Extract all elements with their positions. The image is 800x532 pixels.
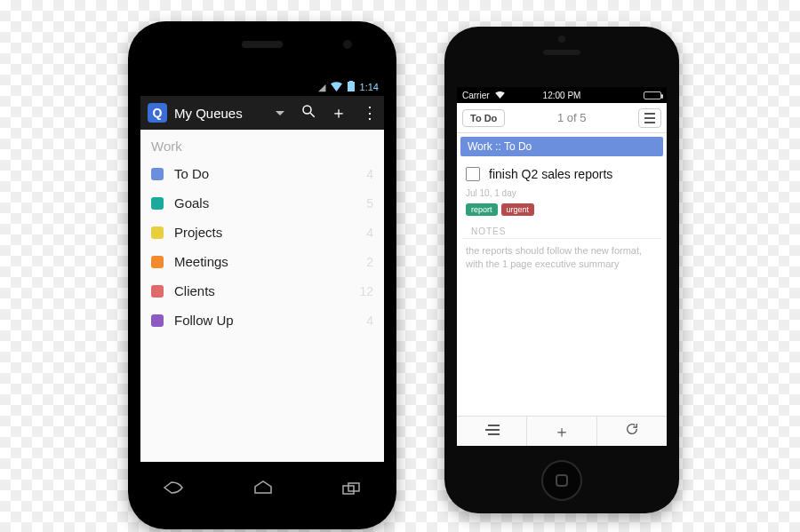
wifi-icon — [331, 82, 342, 93]
tag-report[interactable]: report — [466, 203, 498, 216]
ios-status-bar: Carrier 12:00 PM — [457, 87, 667, 103]
ios-toolbar: ＋ — [457, 416, 667, 446]
breadcrumb[interactable]: Work :: To Do — [460, 137, 663, 156]
android-status-bar: ◢ 1:14 — [140, 78, 384, 96]
queue-label: Goals — [174, 195, 366, 210]
hamburger-icon — [644, 113, 655, 115]
queue-count: 4 — [366, 314, 373, 328]
menu-button[interactable] — [638, 108, 661, 128]
queue-row-goals[interactable]: Goals 5 — [140, 188, 384, 218]
ios-nav-bar: To Do 1 of 5 — [457, 103, 667, 133]
svg-rect-0 — [348, 82, 355, 91]
svg-line-3 — [310, 113, 315, 117]
signal-icon: ◢ — [318, 82, 325, 93]
home-key-icon[interactable] — [253, 479, 273, 499]
android-nav-bar — [128, 462, 396, 515]
queue-count: 4 — [366, 167, 373, 181]
iphone-frame: Carrier 12:00 PM To Do 1 of 5 Work :: To… — [444, 27, 679, 513]
app-icon[interactable]: Q — [148, 103, 167, 123]
task-row: finish Q2 sales reports — [457, 160, 667, 188]
android-action-bar: Q My Queues ＋ ⋮ — [140, 96, 384, 130]
queue-label: Meetings — [174, 254, 366, 269]
back-button[interactable]: To Do — [462, 109, 505, 127]
refresh-button[interactable] — [597, 422, 667, 441]
task-checkbox[interactable] — [466, 167, 480, 181]
back-button-label: To Do — [470, 113, 497, 123]
recents-key-icon[interactable] — [342, 479, 362, 499]
task-title[interactable]: finish Q2 sales reports — [489, 167, 612, 181]
home-square-icon — [556, 474, 568, 487]
queue-row-followup[interactable]: Follow Up 4 — [140, 306, 384, 335]
color-swatch-icon — [151, 285, 164, 298]
queue-row-todo[interactable]: To Do 4 — [140, 159, 384, 188]
battery-icon — [644, 91, 661, 99]
action-bar-title[interactable]: My Queues — [174, 106, 279, 121]
color-swatch-icon — [151, 168, 164, 180]
queue-count: 5 — [366, 196, 373, 210]
spinner-dropdown-icon[interactable] — [276, 111, 284, 115]
svg-point-2 — [303, 106, 311, 114]
queue-list: Work To Do 4 Goals 5 Projects 4 Meetings… — [140, 130, 384, 462]
queue-label: To Do — [174, 166, 366, 181]
add-button[interactable]: ＋ — [324, 102, 354, 123]
notes-heading: NOTES — [462, 223, 661, 239]
task-meta: Jul 10, 1 day — [457, 188, 667, 203]
queue-row-clients[interactable]: Clients 12 — [140, 276, 384, 306]
home-button[interactable] — [541, 460, 582, 501]
page-indicator: 1 of 5 — [505, 111, 638, 124]
overflow-menu-button[interactable]: ⋮ — [354, 103, 384, 123]
task-tags: report urgent — [457, 203, 667, 223]
list-button[interactable] — [457, 422, 526, 441]
iphone-screen: Carrier 12:00 PM To Do 1 of 5 Work :: To… — [457, 87, 667, 446]
queue-label: Clients — [174, 283, 359, 298]
notes-body[interactable]: the reports should follow the new format… — [457, 239, 667, 277]
battery-icon — [348, 81, 355, 93]
android-screen: ◢ 1:14 Q My Queues ＋ ⋮ Work — [140, 78, 384, 462]
task-detail: Work :: To Do finish Q2 sales reports Ju… — [457, 137, 667, 277]
status-time: 12:00 PM — [457, 91, 667, 100]
queue-count: 12 — [359, 284, 373, 298]
add-task-button[interactable]: ＋ — [527, 421, 596, 442]
color-swatch-icon — [151, 226, 164, 239]
search-button[interactable] — [293, 103, 324, 123]
android-bezel — [128, 21, 396, 78]
back-key-icon[interactable] — [163, 479, 184, 499]
queue-count: 2 — [366, 255, 373, 269]
queue-label: Follow Up — [174, 313, 366, 328]
color-swatch-icon — [151, 197, 164, 210]
section-header: Work — [140, 130, 384, 159]
queue-row-projects[interactable]: Projects 4 — [140, 218, 384, 247]
svg-rect-1 — [349, 81, 353, 83]
status-time: 1:14 — [360, 82, 379, 92]
color-swatch-icon — [151, 314, 164, 327]
queue-row-meetings[interactable]: Meetings 2 — [140, 247, 384, 276]
tag-urgent[interactable]: urgent — [501, 203, 535, 216]
android-phone-frame: ◢ 1:14 Q My Queues ＋ ⋮ Work — [128, 21, 396, 529]
app-icon-glyph: Q — [153, 106, 163, 120]
color-swatch-icon — [151, 256, 164, 268]
queue-count: 4 — [366, 226, 373, 240]
queue-label: Projects — [174, 225, 366, 240]
